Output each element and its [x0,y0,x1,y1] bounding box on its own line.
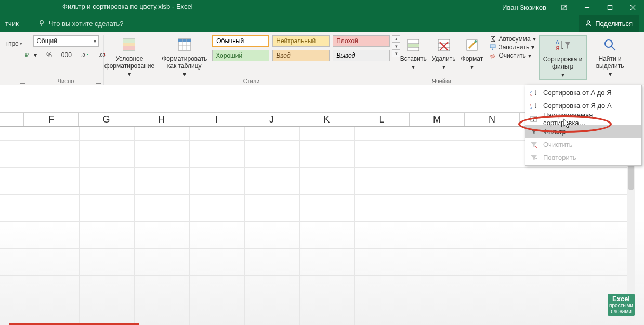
format-button[interactable]: Формат▾ [459,35,485,72]
group-number: Общий ▾ ₽▾ % 000 .0 .00 Число [28,35,104,85]
svg-text:А: А [556,39,559,45]
column-header[interactable]: J [244,113,299,126]
svg-text:Я: Я [530,93,532,97]
sort-filter-icon: АЯ [555,38,571,53]
svg-text:А: А [530,106,532,110]
insert-cells-icon [406,38,420,52]
merge-center-button[interactable]: нтре ▾ [3,38,24,49]
delete-button[interactable]: Удалить▾ [430,35,458,72]
svg-text:Я: Я [556,46,559,51]
autosum-button[interactable]: Автосумма ▾ [489,35,535,43]
ribbon: нтре ▾ Общий ▾ ₽▾ % 000 .0 .00 [0,32,644,85]
percent-format-button[interactable]: % [44,50,55,60]
sigma-icon [489,35,496,43]
column-header[interactable]: G [79,113,134,126]
group-styles: Условное форматирование▾ Форматировать к… [104,35,399,85]
person-icon [585,20,592,27]
svg-rect-32 [490,45,495,48]
menu-sort-za[interactable]: ЯА Сортировка от Я до А [525,99,641,112]
minimize-button[interactable] [575,0,598,15]
file-name: Фильтр и сортировка по цвету.xlsb [62,3,170,10]
app-name: Excel [176,3,193,10]
column-header[interactable]: H [134,113,189,126]
increase-decimal-icon: .0 [81,51,89,59]
column-header[interactable]: L [354,113,410,126]
progress-bar [9,323,139,325]
column-header[interactable]: I [189,113,244,126]
group-editing: Автосумма ▾ Заполнить ▾ Очистить ▾ АЯ Со… [484,35,635,85]
group-label: Стили [104,78,399,85]
sort-filter-button[interactable]: АЯ Сортировка и фильтр▾ [539,35,587,80]
svg-rect-25 [438,39,450,51]
insert-button[interactable]: Вставить▾ [398,35,429,72]
svg-rect-15 [123,46,135,50]
fill-button[interactable]: Заполнить ▾ [489,44,534,51]
svg-rect-33 [491,55,495,58]
dropdown-arrow-icon: ▾ [20,41,22,46]
sort-filter-menu: АЯ Сортировка от А до Я ЯА Сортировка от… [525,85,642,166]
tell-me-placeholder: Что вы хотите сделать? [49,20,124,28]
cell-style-input[interactable]: Ввод [272,50,330,61]
cell-styles-gallery: Обычный Нейтральный Плохой Хороший Ввод … [212,35,390,61]
ribbon-tab-partial[interactable]: тчик [2,20,22,28]
menu-reapply-filter: Повторить [525,151,641,164]
svg-point-36 [605,40,612,47]
column-header[interactable]: M [410,113,465,126]
svg-rect-17 [178,39,191,42]
format-as-table-button[interactable]: Форматировать как таблицу▾ [160,35,209,79]
comma-format-button[interactable]: 000 [59,50,74,60]
cell-style-bad[interactable]: Плохой [333,35,390,47]
title-bar: Фильтр и сортировка по цвету.xlsb - Exce… [0,0,644,15]
svg-line-37 [611,46,615,50]
svg-point-8 [587,21,590,23]
format-as-table-icon [177,37,192,53]
ribbon-display-options-button[interactable] [553,0,575,15]
clear-button[interactable]: Очистить ▾ [489,52,531,59]
column-header[interactable]: N [465,113,520,126]
number-format-dropdown[interactable]: Общий ▾ [33,35,99,47]
group-label: Ячейки [399,78,484,85]
find-select-button[interactable]: Найти и выделить▾ [590,35,630,79]
svg-rect-13 [123,39,135,43]
funnel-reapply-icon [530,154,537,161]
lightbulb-icon [38,20,46,27]
column-header[interactable]: F [24,113,79,126]
account-name[interactable]: Иван Зюзиков [502,4,546,11]
funnel-clear-icon [530,141,537,148]
increase-decimal-button[interactable]: .0 [78,50,92,60]
funnel-icon [530,128,537,136]
menu-filter[interactable]: Фильтр [525,125,641,138]
close-button[interactable] [621,0,644,15]
accounting-format-button[interactable]: ₽▾ [22,50,40,60]
cell-style-normal[interactable]: Обычный [212,35,269,47]
dialog-launcher-icon[interactable] [96,78,101,84]
format-cell-icon [465,38,479,52]
window-title: Фильтр и сортировка по цвету.xlsb - Exce… [62,3,193,10]
cell-style-neutral[interactable]: Нейтральный [272,35,330,47]
cell-style-good[interactable]: Хороший [212,50,269,61]
magnifier-icon [602,37,618,53]
svg-rect-14 [123,43,135,46]
delete-cells-icon [437,38,451,52]
menu-sort-az[interactable]: АЯ Сортировка от А до Я [525,86,641,99]
tell-me-box[interactable]: Что вы хотите сделать? [38,20,124,28]
menu-clear-filter: Очистить [525,138,641,151]
svg-point-5 [40,21,43,24]
dialog-launcher-icon[interactable] [20,78,25,84]
group-label: Число [28,78,103,85]
svg-text:₽: ₽ [25,52,29,58]
share-button[interactable]: Поделиться [579,15,639,32]
column-header[interactable]: K [299,113,354,126]
group-cells: Вставить▾ Удалить▾ Формат▾ Ячейки [399,35,484,85]
window-controls: Иван Зюзиков [502,0,644,15]
maximize-button[interactable] [598,0,621,15]
eraser-icon [489,52,496,59]
cell-style-output[interactable]: Вывод [333,50,390,61]
number-format-value: Общий [37,37,58,45]
column-header-partial[interactable] [0,113,24,126]
sort-az-icon: АЯ [530,89,537,97]
conditional-formatting-button[interactable]: Условное форматирование▾ [102,35,156,79]
svg-rect-24 [408,44,419,47]
menu-custom-sort[interactable]: Настраиваемая сортировка… [525,112,641,125]
conditional-formatting-icon [122,37,137,53]
